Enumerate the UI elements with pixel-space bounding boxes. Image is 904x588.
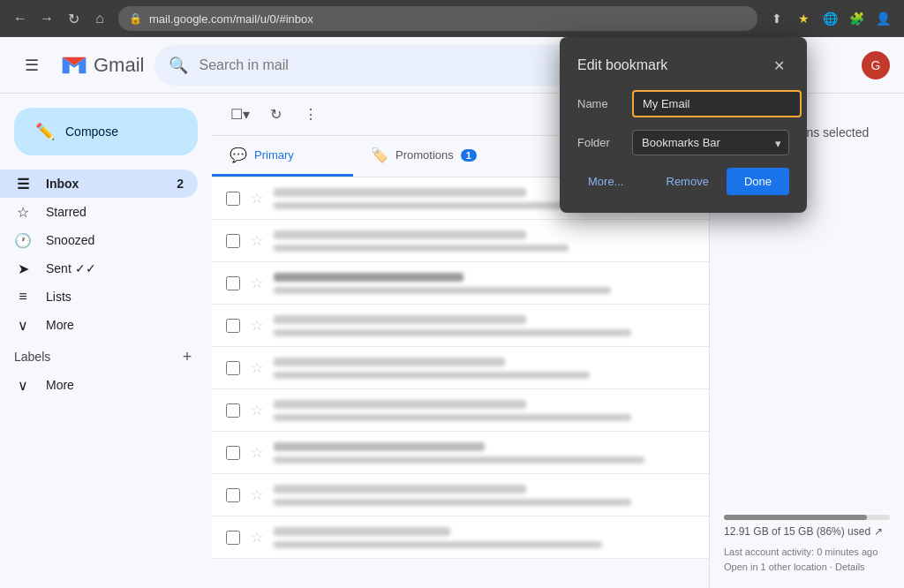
inbox-icon: ☰ — [14, 176, 32, 192]
last-activity-line1: Last account activity: 0 minutes ago — [724, 545, 890, 560]
tab-primary[interactable]: 💬 Primary — [212, 136, 353, 177]
sent-icon: ➤ — [14, 260, 32, 277]
select-all-checkbox[interactable]: ☐▾ — [226, 101, 254, 129]
sidebar-item-snoozed[interactable]: 🕐 Snoozed — [0, 226, 198, 254]
name-row: Name — [577, 90, 789, 117]
sidebar-item-sent[interactable]: ➤ Sent ✓✓ — [0, 254, 198, 283]
folder-row: Folder Bookmarks Bar ▾ — [577, 130, 789, 155]
email-sender-blur — [274, 273, 463, 282]
profile-globe-icon[interactable]: 🌐 — [819, 8, 840, 29]
bookmark-name-input[interactable] — [632, 90, 802, 117]
sidebar-item-lists[interactable]: ≡ Lists — [0, 283, 198, 311]
star-icon[interactable]: ☆ — [251, 275, 263, 291]
email-list: ☆ ☆ ☆ — [212, 177, 709, 588]
done-button[interactable]: Done — [727, 168, 789, 195]
email-subject-blur — [274, 287, 611, 294]
forward-button[interactable]: → — [37, 9, 56, 28]
email-sender-blur — [274, 442, 485, 451]
dialog-close-button[interactable]: ✕ — [768, 55, 789, 76]
extensions-icon[interactable]: 🧩 — [846, 8, 867, 29]
email-content — [274, 527, 695, 548]
email-item[interactable]: ☆ — [212, 262, 709, 305]
email-item[interactable]: ☆ — [212, 220, 709, 262]
folder-label: Folder — [577, 136, 622, 149]
email-checkbox[interactable] — [226, 319, 240, 333]
email-content — [274, 442, 695, 464]
refresh-button[interactable]: ↻ — [261, 101, 290, 129]
bookmark-star-icon[interactable]: ★ — [793, 8, 814, 29]
email-item[interactable]: ☆ — [212, 474, 709, 516]
user-avatar-icon[interactable]: 👤 — [872, 8, 893, 29]
sidebar-item-starred[interactable]: ☆ Starred — [0, 198, 198, 226]
email-content — [274, 273, 695, 294]
star-icon[interactable]: ☆ — [251, 317, 263, 334]
header-right: G — [862, 51, 890, 79]
gmail-text: Gmail — [94, 54, 144, 77]
reload-button[interactable]: ↻ — [64, 9, 83, 28]
email-content — [274, 358, 695, 379]
dialog-title: Edit bookmark — [577, 57, 667, 73]
back-button[interactable]: ← — [11, 9, 30, 28]
inbox-badge: 2 — [166, 177, 184, 191]
email-item[interactable]: ☆ — [212, 305, 709, 347]
email-subject-blur — [274, 329, 631, 336]
folder-select[interactable]: Bookmarks Bar ▾ — [632, 130, 789, 155]
home-button[interactable]: ⌂ — [90, 9, 109, 28]
email-checkbox[interactable] — [226, 361, 240, 375]
email-checkbox[interactable] — [226, 446, 240, 460]
gmail-m-icon — [60, 51, 88, 79]
star-icon[interactable]: ☆ — [251, 190, 263, 207]
promotions-tab-icon: 🏷️ — [371, 147, 388, 163]
sidebar-sent-label: Sent ✓✓ — [46, 261, 184, 275]
search-input[interactable]: Search in mail — [199, 57, 288, 73]
hamburger-menu-icon[interactable]: ☰ — [14, 48, 49, 83]
address-bar[interactable]: 🔒 mail.google.com/mail/u/0/#inbox — [118, 6, 757, 31]
sidebar-item-inbox[interactable]: ☰ Inbox 2 — [0, 170, 198, 198]
user-avatar[interactable]: G — [862, 51, 890, 79]
email-checkbox[interactable] — [226, 276, 240, 290]
star-icon[interactable]: ☆ — [251, 232, 263, 249]
email-content — [274, 485, 695, 506]
external-link-icon[interactable]: ↗ — [874, 525, 883, 538]
star-icon[interactable]: ☆ — [251, 486, 263, 503]
email-subject-blur — [274, 499, 631, 506]
tab-promotions[interactable]: 🏷️ Promotions 1 — [353, 136, 494, 177]
remove-button[interactable]: Remove — [656, 168, 719, 195]
star-icon[interactable]: ☆ — [251, 402, 263, 418]
dialog-actions: More... Remove Done — [577, 168, 789, 195]
share-icon[interactable]: ⬆ — [766, 8, 787, 29]
email-item[interactable]: ☆ — [212, 389, 709, 432]
email-checkbox[interactable] — [226, 192, 240, 206]
name-label: Name — [577, 97, 622, 110]
star-icon: ☆ — [14, 204, 32, 221]
primary-tab-icon: 💬 — [230, 147, 247, 163]
email-sender-blur — [274, 358, 505, 366]
dropdown-chevron-icon: ▾ — [775, 136, 781, 149]
email-checkbox[interactable] — [226, 234, 240, 248]
sidebar-item-more-2[interactable]: ∨ More — [0, 371, 198, 399]
more-button[interactable]: More... — [577, 168, 634, 195]
last-activity-text: Last account activity: 0 minutes ago Ope… — [724, 545, 890, 574]
sidebar-lists-label: Lists — [46, 290, 184, 304]
search-icon: 🔍 — [169, 56, 188, 75]
email-checkbox[interactable] — [226, 488, 240, 502]
email-checkbox[interactable] — [226, 531, 240, 545]
email-subject-blur — [274, 541, 602, 548]
snoozed-icon: 🕐 — [14, 232, 32, 249]
email-item[interactable]: ☆ — [212, 516, 709, 559]
star-icon[interactable]: ☆ — [251, 444, 263, 461]
compose-button[interactable]: ✏️ Compose — [14, 108, 198, 155]
dialog-header: Edit bookmark ✕ — [577, 55, 789, 76]
sidebar-item-more-1[interactable]: ∨ More — [0, 311, 198, 339]
star-icon[interactable]: ☆ — [251, 529, 263, 546]
email-item[interactable]: ☆ — [212, 432, 709, 474]
storage-section: 12.91 GB of 15 GB (86%) used ↗ Last acco… — [724, 515, 890, 574]
email-checkbox[interactable] — [226, 403, 240, 418]
chevron-down-icon-1: ∨ — [14, 317, 32, 334]
labels-section: Labels + — [0, 339, 212, 371]
browser-chrome: ← → ↻ ⌂ 🔒 mail.google.com/mail/u/0/#inbo… — [0, 0, 904, 37]
labels-add-icon[interactable]: + — [177, 346, 198, 367]
email-item[interactable]: ☆ — [212, 347, 709, 389]
more-options-button[interactable]: ⋮ — [297, 101, 325, 129]
star-icon[interactable]: ☆ — [251, 359, 263, 376]
